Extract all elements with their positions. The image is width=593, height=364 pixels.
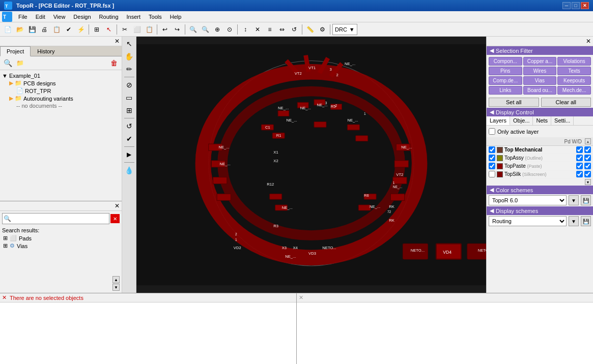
sel-wires[interactable]: Wires xyxy=(523,67,557,75)
color-scheme-btn2[interactable]: 💾 xyxy=(581,195,591,205)
clear-all-button[interactable]: Clear all xyxy=(541,98,591,107)
color-scheme-select[interactable]: TopoR 6.0 xyxy=(489,195,567,205)
tb-prop[interactable]: ⚙ xyxy=(317,24,328,35)
tb-redo[interactable]: ↪ xyxy=(172,24,183,35)
sel-keepouts[interactable]: Keepouts xyxy=(557,76,591,85)
menu-edit[interactable]: Edit xyxy=(32,11,49,22)
tree-folder-btn[interactable]: 📁 xyxy=(14,57,25,69)
maximize-button[interactable]: □ xyxy=(572,2,580,9)
sel-links[interactable]: Links xyxy=(489,86,522,95)
tb-rotate[interactable]: ↺ xyxy=(289,24,300,35)
layer-toppaste-vis[interactable] xyxy=(489,163,495,169)
display-scheme-btn1[interactable]: ▼ xyxy=(569,216,579,226)
tab-project[interactable]: Project xyxy=(0,46,31,56)
color-scheme-btn1[interactable]: ▼ xyxy=(569,195,579,205)
color-schemes-collapse[interactable]: ◀ xyxy=(490,187,494,193)
search-result-pads[interactable]: ⊞ ⬜ Pads xyxy=(2,234,120,242)
minimize-button[interactable]: ─ xyxy=(562,2,571,9)
display-scheme-btn2[interactable]: 💾 xyxy=(581,216,591,226)
search-input[interactable] xyxy=(12,214,109,224)
left-panel-close[interactable]: ✕ xyxy=(115,38,120,45)
lt-hand[interactable]: ✋ xyxy=(123,50,135,63)
dc-collapse-icon[interactable]: ◀ xyxy=(490,109,494,115)
pd-scroll-up[interactable]: ▲ xyxy=(585,138,591,144)
layer-toppaste-pd[interactable] xyxy=(576,163,583,169)
layer-topsilk-vis[interactable] xyxy=(489,171,495,177)
tb-align[interactable]: ≡ xyxy=(264,24,275,35)
tb-paste[interactable]: 📋 xyxy=(144,24,155,35)
sel-pins[interactable]: Pins xyxy=(489,67,522,75)
dc-tab-settings[interactable]: Setti... xyxy=(551,116,574,125)
bottom-left-close[interactable]: ✕ xyxy=(2,294,7,301)
pcb-canvas[interactable]: VD4 NETO... NETO... NE_... NE_... NE_...… xyxy=(136,37,486,293)
sel-vias[interactable]: Vias xyxy=(523,76,557,85)
layer-topmech-wd[interactable] xyxy=(584,146,591,153)
menu-insert[interactable]: Insert xyxy=(123,11,145,22)
tb-route[interactable]: ⚡ xyxy=(75,24,87,35)
lt-circle[interactable]: ⊘ xyxy=(123,79,135,91)
tb-zoomsel[interactable]: ⊙ xyxy=(224,24,235,35)
sel-board-outline[interactable]: Board ou... xyxy=(523,86,557,95)
menu-file[interactable]: File xyxy=(14,11,32,22)
lt-rect[interactable]: ▭ xyxy=(123,92,135,104)
menu-help[interactable]: Help xyxy=(166,11,186,22)
dc-tab-nets[interactable]: Nets xyxy=(533,116,551,125)
sel-filter-collapse-icon[interactable]: ◀ xyxy=(490,47,494,54)
layer-topmech-pd[interactable] xyxy=(576,146,583,153)
sel-texts[interactable]: Texts xyxy=(557,67,591,75)
layer-topassy-wd[interactable] xyxy=(584,155,591,161)
layer-topassy-pd[interactable] xyxy=(576,155,583,161)
close-button[interactable]: ✕ xyxy=(581,2,589,9)
lt-draw[interactable]: ✏ xyxy=(123,63,135,75)
lt-grid-icon[interactable]: ⊞ xyxy=(123,104,135,116)
search-clear-button[interactable]: ✕ xyxy=(110,214,120,223)
right-panel-close[interactable]: ✕ xyxy=(586,38,591,45)
lt-select[interactable]: ↖ xyxy=(123,38,135,50)
tree-add-btn[interactable]: 🔍 xyxy=(2,57,13,69)
lt-rotate[interactable]: ↺ xyxy=(123,120,135,132)
sel-mech[interactable]: Mech.de... xyxy=(557,86,591,95)
layer-topassy-vis[interactable] xyxy=(489,155,495,161)
tb-zoomin[interactable]: 🔍 xyxy=(187,24,199,35)
display-schemes-collapse[interactable]: ◀ xyxy=(490,207,494,214)
tb-new[interactable]: 📄 xyxy=(2,24,13,35)
search-scroll-up[interactable]: ▲ xyxy=(112,276,120,283)
search-panel-close[interactable]: ✕ xyxy=(115,202,120,209)
search-result-vias[interactable]: ⊞ ⚙ Vias xyxy=(2,242,120,250)
menu-tools[interactable]: Tools xyxy=(145,11,166,22)
sel-copper[interactable]: Copper a... xyxy=(523,57,557,66)
tab-history[interactable]: History xyxy=(31,46,61,56)
menu-design[interactable]: Design xyxy=(69,11,95,22)
tb-copy[interactable]: ⬜ xyxy=(131,24,143,35)
display-scheme-select[interactable]: Routing xyxy=(489,216,567,226)
tb-btn5[interactable]: 📋 xyxy=(51,24,62,35)
drc-selector[interactable]: DRC ▼ xyxy=(332,24,357,35)
layer-topsilk-wd[interactable] xyxy=(584,171,591,177)
only-active-layer-checkbox[interactable] xyxy=(489,128,495,135)
sel-components[interactable]: Compon... xyxy=(489,57,522,66)
lt-check[interactable]: ✔ xyxy=(123,133,135,145)
tree-autorouting[interactable]: ▶ 📁 Autorouting variants xyxy=(9,95,120,102)
tb-measure[interactable]: 📏 xyxy=(304,24,316,35)
set-all-button[interactable]: Set all xyxy=(489,98,539,107)
search-scroll-down[interactable]: ▼ xyxy=(112,284,120,291)
tb-delete[interactable]: ✕ xyxy=(252,24,263,35)
tb-zoomfit[interactable]: ⊕ xyxy=(212,24,223,35)
tree-rot-tpr[interactable]: 📄 ROT_TPR xyxy=(16,87,120,95)
tb-undo[interactable]: ↩ xyxy=(159,24,171,35)
tb-mirror[interactable]: ⇔ xyxy=(276,24,288,35)
sel-comp-detail[interactable]: Comp.de... xyxy=(489,76,522,85)
tree-pcb-designs[interactable]: ▶ 📁 PCB designs xyxy=(9,79,120,87)
tb-save[interactable]: 💾 xyxy=(26,24,38,35)
sel-violations[interactable]: Violations xyxy=(557,57,591,66)
layer-toppaste-wd[interactable] xyxy=(584,163,591,169)
tb-cursor[interactable]: ↖ xyxy=(103,24,115,35)
dc-tab-objects[interactable]: Obje... xyxy=(510,116,533,125)
tree-delete-btn[interactable]: 🗑 xyxy=(108,57,120,69)
menu-routing[interactable]: Routing xyxy=(95,11,123,22)
lt-drop[interactable]: 💧 xyxy=(123,164,135,176)
layer-topmech-visibility[interactable] xyxy=(489,146,495,153)
layer-topsilk-pd[interactable] xyxy=(576,171,583,177)
dc-tab-layers[interactable]: Layers xyxy=(487,116,510,125)
tb-zoomout[interactable]: 🔍 xyxy=(200,24,211,35)
